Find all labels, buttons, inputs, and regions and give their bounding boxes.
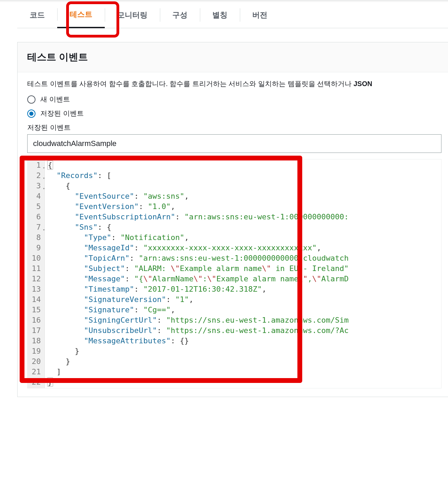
radio-new-event[interactable]: 새 이벤트 xyxy=(27,95,441,104)
code-area[interactable]: { "Records": [ { "EventSource": "aws:sns… xyxy=(45,159,441,388)
tab-test-label: 테스트 xyxy=(70,9,92,20)
test-event-panel: 테스트 이벤트 테스트 이벤트를 사용하여 함수를 호출합니다. 함수를 트리거… xyxy=(17,42,448,397)
tab-config[interactable]: 구성 xyxy=(160,2,200,28)
saved-event-label: 저장된 이벤트 xyxy=(27,123,441,132)
radio-saved-event-label: 저장된 이벤트 xyxy=(40,109,84,118)
tab-version-label: 버전 xyxy=(252,10,267,20)
tab-alias[interactable]: 별칭 xyxy=(200,2,240,28)
radio-saved-event[interactable]: 저장된 이벤트 xyxy=(27,109,441,118)
tab-monitor[interactable]: 모니터링 xyxy=(105,2,160,28)
saved-event-select[interactable]: cloudwatchAlarmSample xyxy=(27,134,441,153)
saved-event-value: cloudwatchAlarmSample xyxy=(33,139,116,148)
gutter: 12345678910111213141516171819202122 xyxy=(28,159,45,388)
tabs: 코드 테스트 모니터링 구성 별칭 버전 xyxy=(17,2,448,28)
tab-code[interactable]: 코드 xyxy=(17,2,57,28)
radio-icon xyxy=(27,110,35,118)
panel-body: 테스트 이벤트를 사용하여 함수를 호출합니다. 함수를 트리거하는 서비스와 … xyxy=(18,72,448,397)
panel-title: 테스트 이벤트 xyxy=(27,51,441,64)
helper-text-prefix: 테스트 이벤트를 사용하여 함수를 호출합니다. 함수를 트리거하는 서비스와 … xyxy=(27,80,354,87)
tab-config-label: 구성 xyxy=(172,10,187,20)
editor-wrap: 12345678910111213141516171819202122 { "R… xyxy=(27,159,441,388)
radio-new-event-label: 새 이벤트 xyxy=(40,95,70,104)
tab-test[interactable]: 테스트 xyxy=(57,2,105,28)
json-editor[interactable]: 12345678910111213141516171819202122 { "R… xyxy=(27,159,441,388)
panel-header: 테스트 이벤트 xyxy=(18,42,448,72)
radio-icon xyxy=(27,95,35,104)
helper-text: 테스트 이벤트를 사용하여 함수를 호출합니다. 함수를 트리거하는 서비스와 … xyxy=(27,79,441,88)
tab-monitor-label: 모니터링 xyxy=(117,10,147,20)
tab-code-label: 코드 xyxy=(30,10,45,20)
tab-alias-label: 별칭 xyxy=(212,10,227,20)
helper-text-bold: JSON xyxy=(354,80,372,87)
tab-version[interactable]: 버전 xyxy=(240,2,280,28)
